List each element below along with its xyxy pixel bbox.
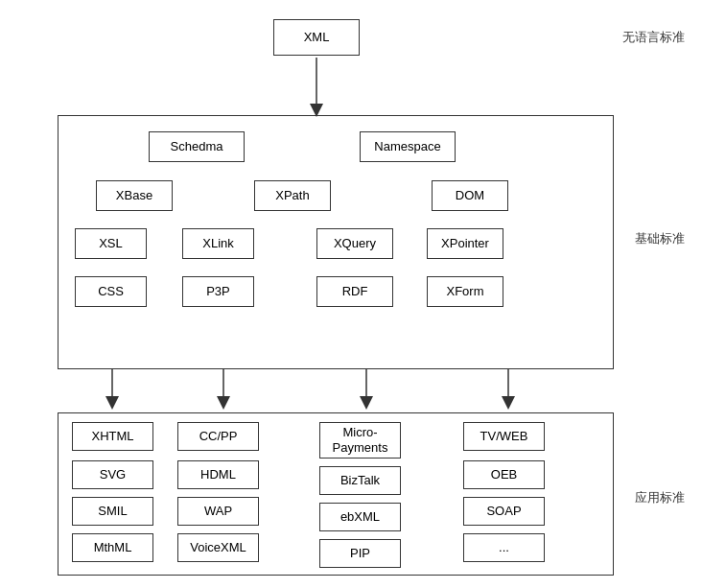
- svg-marker-5: [217, 396, 230, 410]
- box-micropayments: Micro- Payments: [319, 422, 401, 459]
- box-namespace: Namespace: [360, 131, 456, 162]
- svg-marker-3: [105, 396, 119, 410]
- label-app-standard: 应用标准: [635, 489, 685, 506]
- box-soap: SOAP: [463, 497, 545, 526]
- box-pip: PIP: [319, 539, 401, 568]
- box-css: CSS: [75, 276, 147, 307]
- box-dom: DOM: [432, 180, 508, 211]
- label-basic-standard: 基础标准: [635, 230, 685, 247]
- svg-marker-9: [502, 396, 515, 410]
- box-mthml: MthML: [72, 533, 153, 562]
- box-hdml: HDML: [177, 460, 259, 489]
- box-xquery: XQuery: [316, 228, 393, 259]
- box-dots: ...: [463, 533, 545, 562]
- box-xlink: XLink: [182, 228, 254, 259]
- box-xml: XML: [273, 19, 360, 56]
- box-xbase: XBase: [96, 180, 173, 211]
- box-schema: Schedma: [149, 131, 245, 162]
- box-p3p: P3P: [182, 276, 254, 307]
- box-ebxml: ebXML: [319, 503, 401, 531]
- box-xpointer: XPointer: [427, 228, 503, 259]
- diagram-container: 无语言标准 基础标准 应用标准 XML Schedma Namespace XB…: [0, 0, 702, 588]
- box-voicexml: VoiceXML: [177, 533, 259, 562]
- box-xpath: XPath: [254, 180, 331, 211]
- svg-marker-7: [360, 396, 373, 410]
- box-smil: SMIL: [72, 497, 153, 526]
- box-ccpp: CC/PP: [177, 422, 259, 451]
- box-svg: SVG: [72, 460, 153, 489]
- box-tvweb: TV/WEB: [463, 422, 545, 451]
- box-oeb: OEB: [463, 460, 545, 489]
- box-xhtml: XHTML: [72, 422, 153, 451]
- box-biztalk: BizTalk: [319, 466, 401, 495]
- box-xsl: XSL: [75, 228, 147, 259]
- box-xform: XForm: [427, 276, 503, 307]
- box-wap: WAP: [177, 497, 259, 526]
- label-no-standard: 无语言标准: [622, 29, 685, 46]
- box-rdf: RDF: [316, 276, 393, 307]
